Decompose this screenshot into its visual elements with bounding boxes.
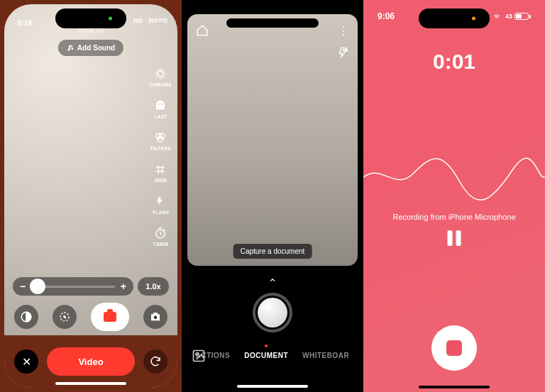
stop-button[interactable] xyxy=(431,325,477,371)
dynamic-island xyxy=(55,9,126,28)
more-vertical-icon: ⋮ xyxy=(338,25,349,37)
dynamic-island xyxy=(226,18,319,28)
stop-icon xyxy=(446,340,462,356)
recording-timer: 0:01 xyxy=(363,50,545,74)
flip-icon xyxy=(149,355,162,368)
tool-rail: CHROMA LAST FILTERS GRID FLASH TIMER xyxy=(150,67,172,247)
svg-point-8 xyxy=(154,316,158,320)
record-icon xyxy=(104,312,116,322)
chroma-icon xyxy=(153,67,167,81)
status-time: 9:16 xyxy=(17,18,33,27)
home-indicator[interactable] xyxy=(237,385,308,388)
expand-options[interactable] xyxy=(267,276,278,284)
mode-pill[interactable]: Video xyxy=(47,347,135,376)
last-tool[interactable]: LAST xyxy=(150,99,172,119)
close-icon: ✕ xyxy=(22,355,31,369)
recording-source-label: Recording from iPhone Microphone xyxy=(363,213,545,221)
document-scan-app: ⋮ A Capture a document ACTIONS DOCUMENT … xyxy=(182,0,363,392)
grid-icon xyxy=(153,162,167,177)
home-indicator[interactable] xyxy=(419,386,490,388)
bottom-bar: ✕ Video xyxy=(4,335,177,388)
svg-point-3 xyxy=(158,137,164,142)
svg-point-11 xyxy=(196,352,198,354)
mode-selector: ACTIONS DOCUMENT WHITEBOAR xyxy=(182,352,363,359)
dynamic-island xyxy=(419,9,490,28)
status-time: 9:06 xyxy=(378,11,395,21)
focus-button[interactable] xyxy=(53,305,77,329)
voice-recorder-app: 9:06 43 0:01 Recording from iPhone Micro… xyxy=(363,0,545,392)
flash-tool[interactable]: FLASH xyxy=(150,194,172,215)
home-icon xyxy=(196,24,209,37)
filters-label: FILTERS xyxy=(150,146,171,151)
quality-selector[interactable]: HD · 30FPS xyxy=(133,17,167,24)
battery-pct: 43 xyxy=(505,13,512,20)
add-sound-label: Add Sound xyxy=(77,44,115,52)
flash-label: FLASH xyxy=(153,210,169,215)
battery-indicator: 43 xyxy=(505,13,531,20)
camera-icon xyxy=(149,310,162,323)
grid-label: GRID xyxy=(155,178,167,183)
flash-icon xyxy=(153,194,167,208)
zoom-slider[interactable]: − + xyxy=(13,277,133,296)
zoom-out-icon[interactable]: − xyxy=(20,281,26,292)
exposure-button[interactable] xyxy=(14,305,38,329)
waveform xyxy=(363,142,545,206)
grid-tool[interactable]: GRID xyxy=(150,162,172,183)
pause-icon xyxy=(456,230,461,246)
more-menu-button[interactable]: ⋮ xyxy=(338,24,349,38)
mode-whiteboard[interactable]: WHITEBOAR xyxy=(302,352,349,359)
mode-document[interactable]: DOCUMENT xyxy=(244,352,288,359)
chroma-label: CHROMA xyxy=(150,82,172,87)
gallery-button[interactable] xyxy=(192,349,206,363)
chevron-up-icon xyxy=(267,276,278,284)
record-button[interactable] xyxy=(91,303,129,331)
shutter-row xyxy=(13,303,169,331)
flash-auto-icon: A xyxy=(338,45,349,60)
chroma-tool[interactable]: CHROMA xyxy=(150,67,172,87)
photo-button[interactable] xyxy=(143,305,167,329)
camera-viewport: ⋮ A Capture a document xyxy=(187,14,358,266)
music-note-icon xyxy=(67,44,75,52)
filters-icon xyxy=(153,130,167,145)
home-button[interactable] xyxy=(196,24,209,37)
wifi-icon xyxy=(492,13,502,20)
pause-button[interactable] xyxy=(448,230,461,246)
capture-button[interactable] xyxy=(253,293,292,332)
svg-text:A: A xyxy=(345,47,348,52)
timer-icon xyxy=(153,226,167,240)
ghost-icon xyxy=(153,99,167,113)
camera-viewport: 9:16 00:00.00 00:00.00 HD · 30FPS Add So… xyxy=(4,4,177,388)
zoom-in-icon[interactable]: + xyxy=(121,281,126,292)
last-label: LAST xyxy=(154,114,167,119)
focus-icon xyxy=(58,310,71,323)
video-recorder-app: 9:16 00:00.00 00:00.00 HD · 30FPS Add So… xyxy=(0,0,182,392)
zoom-value-button[interactable]: 1.0x xyxy=(138,277,169,296)
close-button[interactable]: ✕ xyxy=(14,349,38,374)
flash-toggle[interactable]: A xyxy=(338,45,349,60)
flip-camera-button[interactable] xyxy=(143,349,167,374)
svg-point-7 xyxy=(64,316,66,318)
zoom-knob[interactable] xyxy=(30,279,45,294)
exposure-icon xyxy=(20,310,33,323)
pause-icon xyxy=(448,230,453,246)
filters-tool[interactable]: FILTERS xyxy=(150,130,172,151)
timer-tool[interactable]: TIMER xyxy=(150,226,172,247)
gallery-icon xyxy=(192,349,206,363)
zoom-track[interactable] xyxy=(31,286,115,288)
shutter-icon xyxy=(258,298,287,327)
timer-label: TIMER xyxy=(153,242,169,247)
svg-point-0 xyxy=(158,71,163,77)
home-indicator[interactable] xyxy=(55,382,126,385)
capture-hint: Capture a document xyxy=(233,244,312,259)
add-sound-button[interactable]: Add Sound xyxy=(58,40,123,56)
